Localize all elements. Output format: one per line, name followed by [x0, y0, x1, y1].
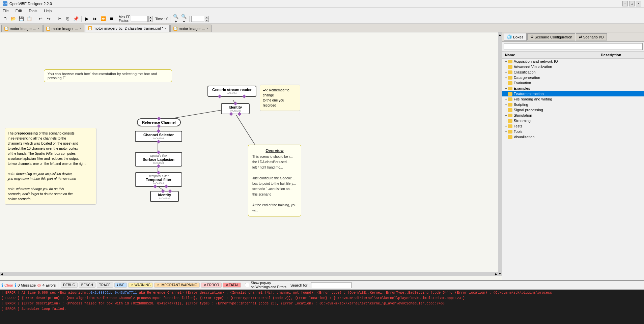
expand-evaluation[interactable]: + [505, 81, 507, 85]
close-btn[interactable]: × [636, 1, 641, 6]
tree-item-filereading[interactable]: + File reading and writing [502, 96, 644, 102]
zoom-down[interactable]: ▼ [205, 19, 209, 22]
tree-item-visualization[interactable]: + Visualization [502, 134, 644, 140]
identity-2-node[interactable]: Identity InOutSet [150, 191, 179, 202]
copy-btn[interactable]: ⎘ [64, 15, 72, 23]
v-scrollbar[interactable]: ▲▼ [498, 32, 502, 276]
fatal-filter[interactable]: ⊘ FATAL [223, 283, 241, 288]
expand-streaming[interactable]: + [505, 119, 507, 123]
tree-item-examples[interactable]: + Examples [502, 86, 644, 91]
minimize-btn[interactable]: − [622, 1, 628, 6]
rpanel-tab-io[interactable]: ⇄ Scenario I/O [576, 33, 607, 40]
menu-tools[interactable]: Tools [27, 8, 39, 13]
stop-btn[interactable]: ⏹ [108, 15, 115, 23]
clear-button[interactable]: Clear [4, 283, 13, 287]
play-btn[interactable]: ▶ [83, 15, 91, 23]
error-filter[interactable]: ⊘ ERROR [201, 283, 222, 288]
popup-checkbox[interactable] [245, 283, 249, 287]
log-link-0[interactable]: 0x2b88852d, 0x43d7a7711 [90, 291, 137, 295]
saveas-btn[interactable]: 📋 [26, 15, 33, 23]
surface-laplacian-node[interactable]: Spatial Filter Surface Laplacian InOutSe… [135, 152, 182, 167]
search-box [502, 42, 644, 52]
tree-item-acquisition[interactable]: + Acquisition and network IO [502, 59, 644, 64]
expand-examples[interactable]: + [505, 87, 507, 90]
tab-2-close[interactable]: × [165, 27, 167, 30]
tree-item-advanced[interactable]: + Advanced Visualization [502, 64, 644, 69]
tab-2-label: motor-imagery-bci-2-classifier-trainer.x… [93, 26, 163, 30]
tree-item-evaluation[interactable]: + Evaluation [502, 80, 644, 86]
tree-item-tests[interactable]: + Tests [502, 123, 644, 129]
zoom-out-btn[interactable]: 🔍− [180, 15, 188, 23]
tab-1[interactable]: 📄 motor-imager-... × [43, 25, 84, 32]
log-line-1: [ ERROR ] {Error description} : {Box alg… [1, 296, 643, 301]
identity-1-node[interactable]: Identity InOutSet [221, 103, 250, 114]
expand-scripting[interactable]: + [505, 103, 507, 107]
tree-item-stimulation[interactable]: + Stimulation [502, 113, 644, 118]
rpanel-tab-boxes-label: Boxes [513, 35, 524, 39]
tree-item-datagen[interactable]: + Data generation [502, 75, 644, 80]
tree-item-scripting[interactable]: + Scripting [502, 102, 644, 107]
canvas-area[interactable]: You can browse each box' documentation b… [0, 32, 502, 280]
warning-filter[interactable]: ⚠ WARNING [128, 283, 153, 288]
generic-stream-reader-ports: InOutSet [212, 92, 252, 95]
tree-label-tools: Tools [514, 129, 523, 134]
log-search-input[interactable] [311, 282, 352, 288]
expand-feature[interactable]: − [505, 92, 507, 96]
zoom-in-btn[interactable]: 🔍+ [172, 15, 179, 23]
menu-edit[interactable]: Edit [14, 8, 23, 13]
tree-item-feature[interactable]: − Feature extraction [502, 91, 644, 96]
search-input[interactable] [504, 43, 643, 50]
zoom-value-input[interactable]: 100 [191, 16, 204, 22]
expand-tools[interactable]: + [505, 130, 507, 134]
max-ff-down[interactable]: ▼ [148, 19, 152, 22]
expand-visualization[interactable]: + [505, 135, 507, 139]
tab-3-close[interactable]: × [206, 27, 208, 30]
undo-btn[interactable]: ↩ [37, 15, 44, 23]
tree-item-streaming[interactable]: + Streaming [502, 118, 644, 123]
expand-classification[interactable]: + [505, 70, 507, 74]
bench-filter[interactable]: BENCH [79, 283, 95, 288]
expand-signalproc[interactable]: + [505, 108, 507, 112]
rpanel-tab-boxes[interactable]: 🧊 Boxes [504, 33, 527, 41]
tab-3-label: motor-imager-... [179, 27, 205, 31]
maximize-btn[interactable]: □ [629, 1, 635, 6]
tab-0[interactable]: 📄 motor-imager-... × [1, 25, 43, 32]
step-btn[interactable]: ⏭ [91, 15, 99, 23]
tree-item-signalproc[interactable]: + Signal processing [502, 107, 644, 113]
inf-filter[interactable]: ℹ INF [114, 283, 127, 288]
expand-filereading[interactable]: + [505, 97, 507, 101]
temporal-filter-node[interactable]: Temporal Filter Temporal filter InOutSet [135, 172, 182, 187]
debug-filter[interactable]: DEBUG [61, 283, 78, 288]
paste-btn[interactable]: 📌 [72, 15, 80, 23]
open-btn[interactable]: 📂 [9, 15, 17, 23]
reference-channel-node[interactable]: Reference Channel [137, 118, 181, 126]
tab-3[interactable]: 📄 motor-imager-... × [170, 25, 212, 32]
expand-acquisition[interactable]: + [505, 60, 507, 63]
rpanel-tab-config[interactable]: ⚙ Scenario Configuration [527, 33, 576, 40]
channel-selector-node[interactable]: Channel Selector InOutSet [135, 131, 182, 142]
tree-item-tools[interactable]: + Tools [502, 129, 644, 134]
max-ff-up[interactable]: ▲ [148, 16, 152, 19]
fast-play-btn[interactable]: ⏩ [100, 15, 107, 23]
tab-2[interactable]: 📄 motor-imagery-bci-2-classifier-trainer… [85, 25, 169, 32]
max-ff-input[interactable]: 100.00 [131, 16, 148, 22]
important-warning-filter[interactable]: ⚠ IMPORTANT WARNING [154, 283, 199, 288]
menu-help[interactable]: Help [43, 8, 53, 13]
trace-filter[interactable]: TRACE [97, 283, 113, 288]
expand-tests[interactable]: + [505, 124, 507, 128]
menu-file[interactable]: File [1, 8, 10, 13]
save-btn[interactable]: 💾 [18, 15, 25, 23]
expand-stimulation[interactable]: + [505, 114, 507, 117]
new-btn[interactable]: 🗋 [1, 15, 9, 23]
tree-item-classification[interactable]: + Classification [502, 69, 644, 75]
expand-advanced[interactable]: + [505, 65, 507, 69]
redo-btn[interactable]: ↪ [45, 15, 52, 23]
tab-1-close[interactable]: × [79, 27, 81, 30]
h-scrollbar[interactable]: ◀▶ [0, 272, 498, 276]
cut-btn[interactable]: ✂ [56, 15, 63, 23]
zoom-up[interactable]: ▲ [205, 16, 209, 19]
tab-0-close[interactable]: × [37, 27, 39, 30]
generic-stream-reader-node[interactable]: Generic stream reader InOutSet [207, 86, 256, 97]
window-controls[interactable]: − □ × [622, 1, 641, 6]
expand-datagen[interactable]: + [505, 76, 507, 80]
